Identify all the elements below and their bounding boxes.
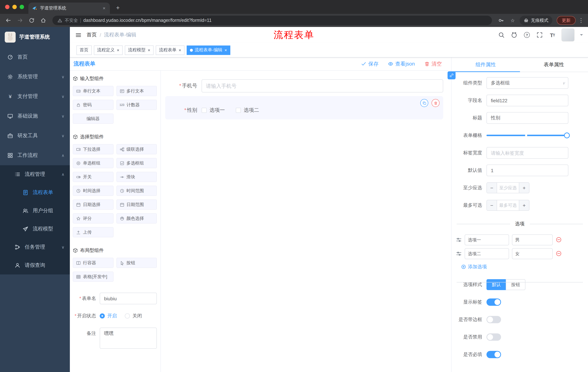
border-toggle[interactable] bbox=[486, 316, 501, 323]
gender-option1-checkbox[interactable]: 选项一 bbox=[202, 107, 225, 114]
drag-handle-icon[interactable] bbox=[456, 251, 462, 257]
palette-item-time-picker[interactable]: 时间选择 bbox=[73, 186, 113, 196]
increase-icon[interactable]: + bbox=[519, 183, 529, 193]
fullscreen-icon[interactable] bbox=[536, 31, 543, 39]
avatar[interactable] bbox=[561, 28, 575, 42]
tag-home[interactable]: 首页 bbox=[76, 45, 92, 55]
sidebar-item-user-group[interactable]: 用户分组 bbox=[0, 202, 70, 220]
sidebar-item-devtools[interactable]: 研发工具 ∨ bbox=[0, 126, 70, 146]
sidebar-item-leave-query[interactable]: 请假查询 bbox=[0, 256, 70, 275]
label-width-input[interactable] bbox=[486, 147, 568, 159]
back-button[interactable] bbox=[4, 16, 13, 25]
palette-item-checkbox-group[interactable]: 多选框组 bbox=[116, 158, 157, 168]
palette-item-upload[interactable]: 上传 bbox=[73, 227, 113, 237]
update-button[interactable]: 更新 bbox=[557, 16, 576, 25]
sidebar-item-process-form[interactable]: 流程表单 bbox=[0, 183, 70, 202]
palette-item-switch[interactable]: 开关 bbox=[73, 172, 113, 182]
tag-process-form[interactable]: 流程表单× bbox=[156, 45, 184, 55]
palette-item-table[interactable]: 表格[开发中] bbox=[73, 272, 113, 282]
sidebar-item-workflow[interactable]: 工作流程 ∧ bbox=[0, 146, 70, 165]
title-input[interactable] bbox=[486, 112, 568, 124]
style-default-button[interactable]: 默认 bbox=[486, 279, 506, 290]
palette-item-editor[interactable]: 编辑器 bbox=[73, 114, 113, 124]
phone-input[interactable] bbox=[202, 79, 443, 93]
save-button[interactable]: 保存 bbox=[361, 61, 378, 67]
font-size-icon[interactable]: TT bbox=[549, 31, 556, 39]
sidebar-item-process-management[interactable]: 流程管理 ∧ bbox=[0, 165, 70, 183]
tag-process-model[interactable]: 流程模型× bbox=[125, 45, 154, 55]
disabled-toggle[interactable] bbox=[486, 333, 501, 341]
sidebar-item-system[interactable]: 系统管理 ∨ bbox=[0, 67, 70, 87]
view-json-button[interactable]: 查看json bbox=[388, 61, 415, 67]
grid-slider[interactable] bbox=[486, 130, 568, 141]
increase-icon[interactable]: + bbox=[519, 200, 529, 210]
window-zoom-button[interactable] bbox=[20, 5, 24, 9]
component-type-select[interactable]: 多选框组∨ bbox=[486, 77, 568, 89]
min-select-input[interactable] bbox=[497, 183, 519, 193]
window-minimize-button[interactable] bbox=[12, 5, 17, 9]
style-button-button[interactable]: 按钮 bbox=[506, 279, 525, 290]
decrease-icon[interactable]: − bbox=[487, 200, 497, 210]
option-name-input[interactable] bbox=[465, 234, 509, 245]
tag-close-icon[interactable]: × bbox=[117, 48, 119, 52]
required-toggle[interactable] bbox=[486, 351, 501, 358]
browser-tab[interactable]: 芋道管理系统 × bbox=[28, 2, 110, 14]
max-select-stepper[interactable]: − + bbox=[486, 200, 529, 211]
tag-process-definition[interactable]: 流程定义× bbox=[94, 45, 123, 55]
palette-item-date-picker[interactable]: 日期选择 bbox=[73, 200, 113, 210]
help-icon[interactable]: ? bbox=[523, 31, 531, 39]
form-name-input[interactable] bbox=[100, 293, 157, 304]
drag-handle-icon[interactable] bbox=[456, 237, 462, 243]
option-value-input[interactable] bbox=[512, 248, 553, 259]
palette-item-time-range[interactable]: 时间范围 bbox=[116, 186, 157, 196]
palette-item-password[interactable]: 密码 bbox=[73, 100, 113, 110]
tag-close-icon[interactable]: × bbox=[179, 48, 181, 52]
home-button[interactable] bbox=[39, 16, 48, 25]
palette-item-button[interactable]: 按钮 bbox=[116, 258, 157, 268]
breadcrumb-home[interactable]: 首页 bbox=[87, 32, 97, 38]
clear-button[interactable]: 清空 bbox=[424, 61, 442, 67]
palette-item-date-range[interactable]: 日期范围 bbox=[116, 200, 157, 210]
palette-item-row-container[interactable]: 行容器 bbox=[73, 258, 113, 268]
tag-process-form-edit[interactable]: 流程表单-编辑× bbox=[187, 45, 230, 55]
tag-close-icon[interactable]: × bbox=[224, 48, 227, 52]
palette-item-color-picker[interactable]: 颜色选择 bbox=[116, 213, 157, 223]
decrease-icon[interactable]: − bbox=[487, 183, 497, 193]
remove-option-icon[interactable] bbox=[556, 250, 562, 257]
min-select-stepper[interactable]: − + bbox=[486, 182, 529, 193]
remove-option-icon[interactable] bbox=[556, 237, 562, 243]
tab-form-props[interactable]: 表单属性 bbox=[520, 57, 588, 72]
new-tab-button[interactable]: + bbox=[114, 4, 122, 12]
sidebar-item-task-management[interactable]: 任务管理 ∨ bbox=[0, 238, 70, 256]
palette-item-cascade-select[interactable]: 级联选择 bbox=[116, 144, 157, 154]
window-close-button[interactable] bbox=[5, 5, 10, 9]
status-on-radio[interactable]: 开启 bbox=[100, 313, 117, 319]
palette-item-slider[interactable]: 滑块 bbox=[116, 172, 157, 182]
palette-item-multi-line-text[interactable]: 多行文本 bbox=[116, 86, 157, 96]
show-label-toggle[interactable] bbox=[486, 298, 501, 306]
slider-knob[interactable] bbox=[564, 132, 570, 138]
palette-item-radio-group[interactable]: 单选框组 bbox=[73, 158, 113, 168]
search-icon[interactable] bbox=[498, 31, 505, 39]
add-option-link[interactable]: 添加选项 bbox=[461, 264, 588, 270]
gender-option2-checkbox[interactable]: 选项二 bbox=[236, 107, 259, 114]
palette-item-single-line-text[interactable]: 单行文本 bbox=[73, 86, 113, 96]
sidebar-item-home[interactable]: 首页 bbox=[0, 47, 70, 67]
tab-component-props[interactable]: 组件属性 bbox=[452, 57, 520, 72]
github-icon[interactable] bbox=[511, 31, 518, 39]
password-key-icon[interactable] bbox=[496, 16, 506, 25]
copy-component-button[interactable] bbox=[420, 99, 428, 107]
palette-item-counter[interactable]: 123计数器 bbox=[116, 100, 157, 110]
browser-menu-icon[interactable]: ⋮ bbox=[578, 17, 584, 24]
palette-item-dropdown-select[interactable]: 下拉选择 bbox=[73, 144, 113, 154]
field-name-input[interactable] bbox=[486, 95, 568, 106]
sidebar-item-process-model[interactable]: 流程模型 bbox=[0, 220, 70, 238]
form-remark-textarea[interactable]: 嘿嘿 bbox=[100, 328, 157, 349]
canvas-field-gender-selected[interactable]: *性别 选项一 选项二 bbox=[165, 96, 443, 119]
address-bar[interactable]: 不安全 dashboard.yudao.iocoder.cn/bpm/manag… bbox=[52, 16, 492, 25]
option-value-input[interactable] bbox=[512, 234, 553, 245]
palette-item-rate[interactable]: 评分 bbox=[73, 213, 113, 223]
delete-component-button[interactable] bbox=[431, 99, 440, 107]
bookmark-star-icon[interactable]: ☆ bbox=[508, 16, 517, 25]
default-value-input[interactable] bbox=[486, 165, 568, 176]
